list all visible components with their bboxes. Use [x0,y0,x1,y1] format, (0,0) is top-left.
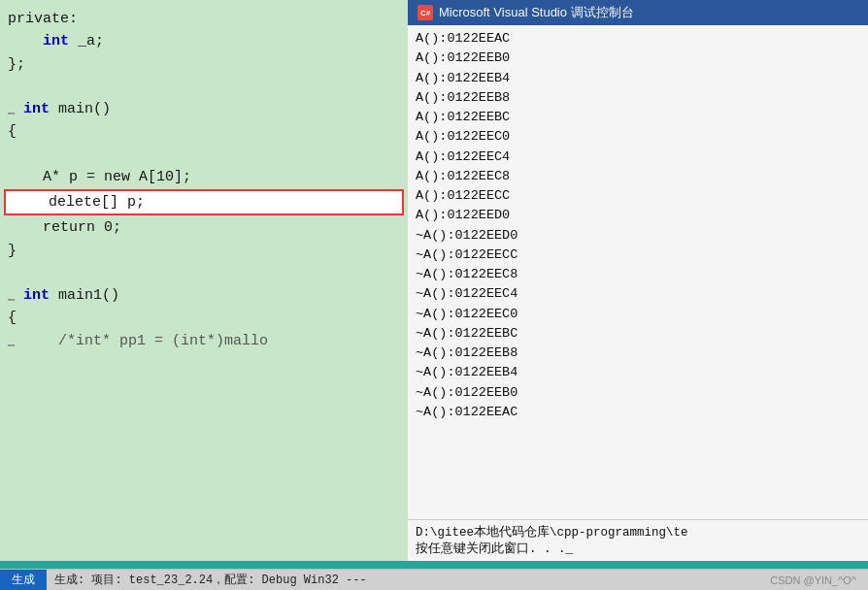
code-line-comment: ⎯ /*int* pp1 = (int*)mallo [0,330,408,352]
debug-titlebar: Microsoft Visual Studio 调试控制台 [408,0,868,25]
code-text: } [8,240,17,262]
status-left: 生成 [0,570,47,590]
status-right: 生成: 项目: test_23_2.24，配置: Debug Win32 --- [47,572,868,588]
code-line: return 0; [0,216,408,239]
code-line: { [0,307,408,329]
debug-output-line: A():0122EEAC [416,29,860,49]
code-line [0,144,408,166]
debug-footer-line1: D:\gitee本地代码仓库\cpp-programming\te [416,524,860,541]
debug-output-line: A():0122EEC0 [416,127,860,147]
debug-output-line: A():0122EEC4 [416,148,860,167]
debug-output-line: A():0122EEB4 [416,69,860,88]
code-text: int main1() [23,284,119,307]
status-bar: 生成 生成: 项目: test_23_2.24，配置: Debug Win32 … [0,569,868,590]
debug-output-line: A():0122EEC8 [416,167,860,186]
code-line [0,262,408,284]
code-line-delete: delete[] p; [4,189,404,215]
debug-panel: Microsoft Visual Studio 调试控制台 A():0122EE… [408,0,868,561]
separator-bar [0,561,868,569]
code-line: int _a; [0,30,408,52]
debug-output-line: A():0122EEB0 [416,49,860,68]
debug-output-line: ~A():0122EEC0 [416,305,860,324]
code-line: }; [0,53,408,76]
code-text: return 0; [8,216,121,239]
debug-output-line: ~A():0122EEB4 [416,363,860,382]
code-content: private: int _a; }; ⎯int main() { [0,0,408,360]
code-line-main1: ⎯int main1() [0,284,408,307]
code-text: A* p = new A[10]; [8,166,191,188]
code-line: } [0,240,408,262]
code-line: { [0,120,408,143]
debug-output-line: ~A():0122EEB8 [416,344,860,363]
code-text: delete[] p; [14,191,145,213]
code-line: private: [0,8,408,30]
code-text: int _a; [8,30,104,52]
debug-output-line: A():0122EECC [416,186,860,206]
code-line-main: ⎯int main() [0,98,408,120]
debug-output-line: A():0122EEB8 [416,88,860,108]
debug-output-line: ~A():0122EEB0 [416,383,860,403]
code-panel: private: int _a; }; ⎯int main() { [0,0,408,561]
debug-output-line: ~A():0122EEBC [416,324,860,344]
code-line: A* p = new A[10]; [0,166,408,188]
debug-output-line: ~A():0122EED0 [416,226,860,246]
debug-output-line: A():0122EEBC [416,108,860,127]
debug-title: Microsoft Visual Studio 调试控制台 [439,4,634,21]
code-text: int main() [23,98,111,120]
debug-footer: D:\gitee本地代码仓库\cpp-programming\te 按任意键关闭… [408,519,868,561]
collapse-icon[interactable]: ⎯ [8,332,21,350]
code-text: /*int* pp1 = (int*)mallo [23,330,268,352]
debug-output-line: ~A():0122EEC4 [416,284,860,304]
debug-footer-line2: 按任意键关闭此窗口. . ._ [416,541,860,557]
code-text: }; [8,53,25,76]
debug-output-line: A():0122EED0 [416,206,860,225]
collapse-icon[interactable]: ⎯ [8,100,21,118]
collapse-icon[interactable]: ⎯ [8,286,21,305]
code-text: { [8,307,17,329]
debug-output-line: ~A():0122EEC8 [416,265,860,284]
code-text: { [8,120,17,143]
debug-output-line: ~A():0122EECC [416,246,860,265]
code-line [0,76,408,98]
debug-output[interactable]: A():0122EEACA():0122EEB0A():0122EEB4A():… [408,25,868,519]
vs-icon [417,5,433,20]
code-text: private: [8,8,78,30]
debug-output-line: ~A():0122EEAC [416,403,860,422]
